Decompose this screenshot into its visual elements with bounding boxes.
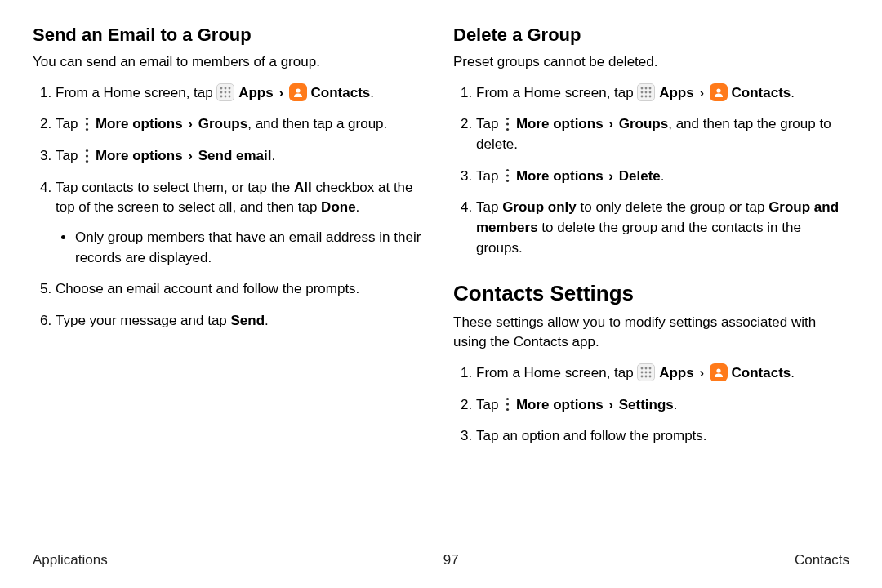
svg-point-37 — [649, 372, 652, 374]
svg-point-19 — [641, 91, 644, 94]
apps-icon — [637, 363, 655, 381]
svg-point-1 — [225, 87, 227, 90]
svg-point-35 — [641, 372, 644, 374]
text: Tap — [476, 116, 502, 131]
send-label: Send — [231, 313, 265, 328]
svg-point-39 — [645, 376, 648, 378]
step-3: Tap an option and follow the prompts. — [476, 426, 849, 447]
svg-point-42 — [506, 398, 509, 400]
chevron-right-icon: › — [607, 397, 615, 412]
step-1: From a Home screen, tap Apps › Contacts. — [476, 363, 849, 384]
apps-label: Apps — [238, 85, 274, 100]
contacts-label: Contacts — [732, 365, 791, 381]
settings-label: Settings — [619, 397, 674, 412]
more-options-label: More options — [516, 397, 604, 412]
apps-label: Apps — [659, 85, 694, 100]
bullet: Only group members that have an email ad… — [75, 228, 429, 268]
svg-point-43 — [506, 403, 509, 405]
svg-point-29 — [506, 169, 509, 172]
step-1: From a Home screen, tap Apps › Contacts. — [56, 83, 429, 104]
text: Type your message and tap — [56, 313, 231, 328]
more-options-label: More options — [96, 116, 183, 131]
svg-point-7 — [225, 96, 227, 98]
more-options-icon — [502, 167, 512, 185]
period: . — [674, 397, 678, 412]
svg-point-4 — [225, 91, 227, 94]
text: Tap — [56, 116, 82, 131]
chevron-right-icon: › — [697, 365, 706, 381]
step-4: Tap contacts to select them, or tap the … — [56, 178, 429, 269]
footer-right: Contacts — [795, 552, 849, 568]
more-options-label: More options — [96, 148, 183, 163]
svg-point-11 — [86, 122, 88, 125]
period: . — [791, 365, 795, 381]
period: . — [272, 148, 276, 163]
svg-point-3 — [220, 91, 223, 94]
svg-point-12 — [86, 128, 88, 131]
footer-page-number: 97 — [443, 552, 459, 568]
contacts-label: Contacts — [311, 85, 371, 100]
svg-point-31 — [506, 180, 509, 182]
more-options-icon — [82, 147, 91, 165]
groups-label: Groups — [619, 116, 668, 131]
sub-bullets: Only group members that have an email ad… — [56, 228, 429, 268]
left-column: Send an Email to a Group You can send an… — [33, 24, 429, 458]
step-5: Choose an email account and follow the p… — [56, 279, 429, 300]
text: From a Home screen, tap — [476, 365, 637, 381]
chevron-right-icon: › — [607, 168, 615, 184]
text: Tap contacts to select them, or tap the — [56, 180, 294, 195]
svg-point-40 — [649, 376, 652, 378]
svg-point-17 — [645, 87, 648, 90]
chevron-right-icon: › — [607, 116, 615, 131]
svg-point-41 — [716, 369, 720, 373]
step-3: Tap More options › Send email. — [56, 146, 429, 167]
svg-point-10 — [86, 118, 88, 120]
period: . — [356, 199, 360, 215]
contacts-icon — [710, 83, 728, 101]
svg-point-22 — [641, 96, 644, 98]
svg-point-6 — [220, 96, 223, 98]
step-6: Type your message and tap Send. — [56, 311, 429, 332]
svg-point-20 — [645, 91, 648, 94]
svg-point-28 — [506, 128, 509, 131]
steps-delete-group: From a Home screen, tap Apps › Contacts.… — [453, 83, 849, 258]
svg-point-34 — [649, 368, 652, 370]
intro-delete-group: Preset groups cannot be deleted. — [453, 52, 849, 72]
more-options-icon — [502, 115, 512, 133]
chevron-right-icon: › — [186, 116, 194, 131]
svg-point-24 — [649, 96, 652, 98]
period: . — [265, 313, 269, 328]
right-column: Delete a Group Preset groups cannot be d… — [453, 24, 849, 458]
svg-point-9 — [296, 89, 300, 93]
svg-point-2 — [229, 87, 231, 90]
svg-point-30 — [506, 175, 509, 177]
more-options-icon — [502, 395, 512, 413]
period: . — [370, 85, 374, 100]
contacts-icon — [289, 83, 307, 101]
apps-icon — [216, 83, 234, 101]
more-options-label: More options — [516, 168, 604, 184]
svg-point-14 — [86, 154, 88, 157]
step-2: Tap More options › Groups, and then tap … — [476, 114, 849, 154]
step-1: From a Home screen, tap Apps › Contacts. — [476, 83, 849, 104]
svg-point-0 — [220, 87, 223, 90]
intro-contacts-settings: These settings allow you to modify setti… — [453, 313, 849, 352]
svg-point-38 — [641, 376, 644, 378]
svg-point-32 — [641, 368, 644, 370]
step-3: Tap More options › Delete. — [476, 167, 849, 187]
contacts-label: Contacts — [732, 85, 791, 100]
svg-point-44 — [506, 408, 509, 411]
content-columns: Send an Email to a Group You can send an… — [33, 24, 849, 458]
svg-point-33 — [645, 368, 648, 370]
svg-point-26 — [506, 118, 509, 120]
chevron-right-icon: › — [697, 85, 706, 100]
text: Tap — [476, 168, 502, 184]
all-label: All — [294, 180, 312, 195]
text: From a Home screen, tap — [476, 85, 637, 100]
svg-point-36 — [645, 372, 648, 374]
footer-left: Applications — [33, 552, 108, 568]
svg-point-18 — [649, 87, 652, 90]
chevron-right-icon: › — [186, 148, 194, 163]
text: Tap — [56, 148, 82, 163]
heading-delete-group: Delete a Group — [453, 24, 849, 46]
